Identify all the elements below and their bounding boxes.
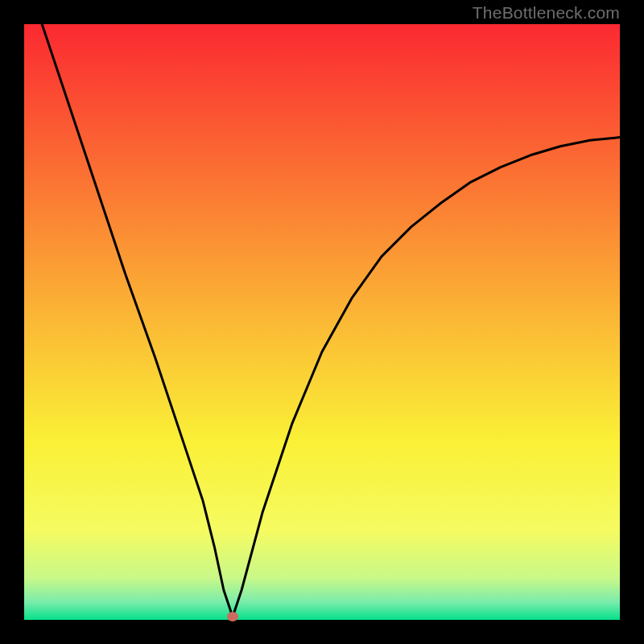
watermark-text: TheBottleneck.com <box>473 3 620 23</box>
optimal-marker <box>227 612 238 621</box>
bottleneck-curve <box>24 24 620 620</box>
plot-area <box>24 24 620 620</box>
